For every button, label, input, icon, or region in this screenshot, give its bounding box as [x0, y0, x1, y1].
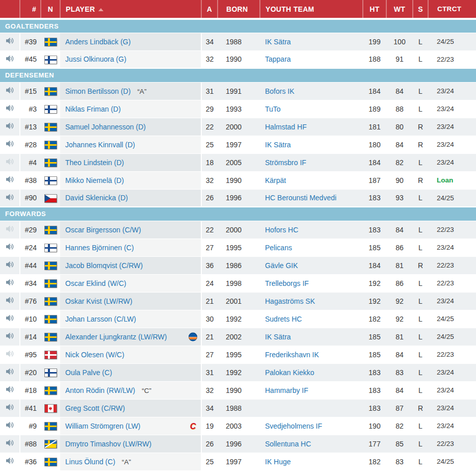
player-link[interactable]: Samuel Johannesson (D) [65, 123, 146, 131]
column-header-born[interactable]: BORN [218, 0, 260, 19]
youth-team-link[interactable]: IK Sätra [265, 141, 291, 149]
youth-team-link[interactable]: IK Sätra [265, 38, 291, 46]
speaker-icon[interactable] [6, 225, 14, 233]
player-link[interactable]: Oskar Kvist (LW/RW) [65, 297, 133, 305]
youth-team-link[interactable]: HC Berounsti Medvedi [265, 194, 336, 202]
speaker-icon[interactable] [6, 421, 14, 429]
player-link[interactable]: Oscar Birgersson (C/W) [65, 226, 141, 234]
column-header-youth-team[interactable]: YOUTH TEAM [260, 0, 363, 19]
youth-team-link[interactable]: Pelicans [265, 244, 292, 252]
audio-cell [0, 274, 20, 292]
speaker-icon[interactable] [6, 278, 14, 286]
speaker-icon[interactable] [6, 367, 14, 376]
youth-team-link[interactable]: Hagaströms SK [265, 297, 315, 305]
player-link[interactable]: Jussi Olkinuora (G) [65, 55, 126, 63]
player-link[interactable]: William Strömgren (LW) [65, 422, 141, 430]
speaker-icon[interactable] [6, 157, 14, 166]
youth-team-link[interactable]: Kärpät [265, 176, 286, 184]
player-row: #13Samuel Johannesson (D)222000Halmstad … [0, 118, 476, 136]
speaker-icon[interactable] [6, 314, 14, 322]
shoots-cell: R [413, 171, 428, 189]
ny-islanders-logo[interactable] [189, 332, 197, 341]
column-header-nationality[interactable]: N [41, 0, 60, 19]
born-cell: 1996 [218, 435, 260, 453]
player-link[interactable]: Jacob Blomqvist (C/RW) [65, 261, 143, 270]
jersey-number: #29 [20, 221, 41, 239]
youth-team-link[interactable]: Strömsbro IF [265, 158, 306, 167]
youth-team-link[interactable]: Sollentuna HC [265, 440, 311, 448]
speaker-icon[interactable] [6, 403, 14, 411]
youth-team-link[interactable]: Palokan Kiekko [265, 368, 314, 377]
youth-team-cell: Svedjeholmens IF [260, 417, 363, 435]
flag-finland-icon [45, 369, 57, 377]
player-link[interactable]: Niklas Friman (D) [65, 105, 121, 113]
column-header-number[interactable]: # [20, 0, 41, 19]
player-link[interactable]: Mikko Niemelä (D) [65, 176, 124, 184]
youth-team-link[interactable]: Gävle GIK [265, 261, 298, 270]
weight-cell: 86 [386, 274, 413, 292]
speaker-icon[interactable] [6, 296, 14, 304]
player-link[interactable]: Oscar Eklind (W/C) [65, 279, 126, 287]
jersey-number: #10 [20, 310, 41, 328]
column-header-contract[interactable]: CTRCT [428, 0, 476, 19]
player-link[interactable]: Johannes Kinnvall (D) [65, 141, 135, 149]
speaker-icon[interactable] [6, 140, 14, 148]
youth-team-link[interactable]: Bofors IK [265, 87, 295, 95]
youth-team-link[interactable]: Tappara [265, 55, 291, 63]
player-cell: Samuel Johannesson (D) [60, 118, 201, 136]
column-header-age[interactable]: A [201, 0, 218, 19]
player-link[interactable]: Hannes Björninen (C) [65, 244, 134, 252]
column-header-height[interactable]: HT [363, 0, 386, 19]
speaker-icon[interactable] [6, 243, 14, 251]
youth-team-link[interactable]: TuTo [265, 105, 281, 113]
jersey-number: #39 [20, 33, 41, 50]
youth-team-link[interactable]: IK Huge [265, 458, 291, 466]
captain-badge: “A” [137, 88, 146, 95]
jersey-number: #38 [20, 171, 41, 189]
age-cell: 24 [201, 274, 218, 292]
player-link[interactable]: Dmytro Timashov (LW/RW) [65, 440, 151, 448]
column-header-shoots[interactable]: S [413, 0, 428, 19]
player-link[interactable]: Nick Olesen (W/C) [65, 351, 124, 359]
player-link[interactable]: Anders Lindbäck (G) [65, 38, 130, 46]
youth-team-link[interactable]: Halmstad HF [265, 123, 307, 131]
speaker-icon[interactable] [6, 86, 14, 94]
youth-team-link[interactable]: Frederikshavn IK [265, 351, 319, 359]
column-header-weight[interactable]: WT [386, 0, 413, 19]
youth-team-link[interactable]: Trelleborgs IF [265, 279, 309, 287]
speaker-icon[interactable] [6, 193, 14, 201]
youth-team-link[interactable]: Hofors HC [265, 226, 298, 234]
speaker-icon[interactable] [6, 332, 14, 340]
youth-team-link[interactable]: IK Sätra [265, 333, 291, 341]
speaker-icon[interactable] [6, 457, 14, 465]
column-header-player[interactable]: PLAYER [60, 0, 201, 19]
speaker-icon[interactable] [6, 175, 14, 183]
speaker-icon[interactable] [6, 55, 14, 63]
youth-team-link[interactable]: Svedjeholmens IF [265, 422, 322, 430]
player-link[interactable]: David Sklenicka (D) [65, 194, 128, 202]
calgary-flames-logo[interactable]: C [189, 421, 197, 430]
player-link[interactable]: Theo Lindstein (D) [65, 158, 124, 167]
speaker-icon[interactable] [6, 350, 14, 358]
player-row: #20Oula Palve (C)311992Palokan Kiekko183… [0, 363, 476, 381]
speaker-icon[interactable] [6, 439, 14, 447]
speaker-icon[interactable] [6, 122, 14, 130]
player-link[interactable]: Alexander Ljungkrantz (LW/RW) [65, 333, 167, 341]
youth-team-link[interactable]: Sudrets HC [265, 315, 302, 323]
contract-cell: 24/25 [428, 310, 476, 328]
speaker-icon[interactable] [6, 260, 14, 269]
player-link[interactable]: Simon Bertilsson (D) [65, 87, 130, 95]
youth-team-link[interactable]: Hammarby IF [265, 386, 308, 394]
speaker-icon[interactable] [6, 37, 14, 45]
player-link[interactable]: Linus Ölund (C) [65, 458, 115, 466]
age-cell: 18 [201, 153, 218, 171]
speaker-icon[interactable] [6, 104, 14, 112]
height-cell: 190 [363, 417, 386, 435]
player-link[interactable]: Oula Palve (C) [65, 368, 112, 377]
player-link[interactable]: Johan Larsson (C/LW) [65, 315, 136, 323]
player-link[interactable]: Greg Scott (C/RW) [65, 404, 125, 412]
speaker-icon[interactable] [6, 385, 14, 393]
player-link[interactable]: Anton Rödin (RW/LW) [65, 386, 135, 394]
born-cell: 2002 [218, 328, 260, 346]
contract-cell: 23/24 [428, 363, 476, 381]
